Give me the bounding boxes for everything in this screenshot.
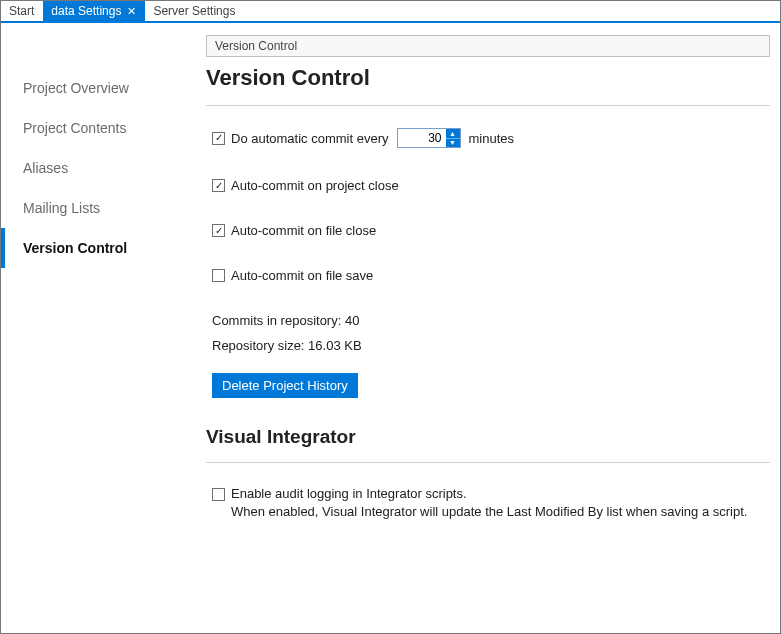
auto-commit-file-save-row: Auto-commit on file save: [212, 268, 770, 283]
tab-label: Start: [9, 4, 34, 18]
audit-logging-checkbox[interactable]: [212, 488, 225, 501]
auto-commit-project-close-checkbox[interactable]: [212, 179, 225, 192]
tab-strip: Start data Settings ✕ Server Settings: [1, 1, 780, 23]
checkbox-label: Auto-commit on file close: [231, 223, 376, 238]
auto-commit-file-save-checkbox[interactable]: [212, 269, 225, 282]
interval-input[interactable]: [398, 129, 446, 147]
spinner-down-icon[interactable]: ▼: [446, 139, 460, 148]
sidebar-item-label: Project Contents: [23, 120, 127, 136]
body: Project Overview Project Contents Aliase…: [1, 23, 780, 633]
visual-integrator-title: Visual Integrator: [206, 426, 770, 448]
hint-line1: Enable audit logging in Integrator scrip…: [231, 485, 747, 503]
checkbox-label: Auto-commit on project close: [231, 178, 399, 193]
version-control-section: Do automatic commit every ▲ ▼ minutes Au…: [206, 105, 770, 426]
auto-commit-label-post: minutes: [469, 131, 515, 146]
sidebar-item-project-overview[interactable]: Project Overview: [1, 68, 206, 108]
settings-window: Start data Settings ✕ Server Settings Pr…: [0, 0, 781, 634]
spinner-buttons: ▲ ▼: [446, 129, 460, 147]
delete-history-button[interactable]: Delete Project History: [212, 373, 358, 398]
tab-data-settings[interactable]: data Settings ✕: [43, 1, 145, 21]
tab-start[interactable]: Start: [1, 1, 43, 21]
visual-integrator-section: Enable audit logging in Integrator scrip…: [206, 462, 770, 541]
sidebar-item-label: Project Overview: [23, 80, 129, 96]
sidebar-item-label: Aliases: [23, 160, 68, 176]
tab-label: Server Settings: [153, 4, 235, 18]
auto-commit-interval-row: Do automatic commit every ▲ ▼ minutes: [212, 128, 770, 148]
auto-commit-project-close-row: Auto-commit on project close: [212, 178, 770, 193]
sidebar-item-project-contents[interactable]: Project Contents: [1, 108, 206, 148]
auto-commit-file-close-row: Auto-commit on file close: [212, 223, 770, 238]
auto-commit-interval-checkbox[interactable]: [212, 132, 225, 145]
sidebar-item-label: Mailing Lists: [23, 200, 100, 216]
commits-count: Commits in repository: 40: [212, 313, 770, 328]
auto-commit-file-close-checkbox[interactable]: [212, 224, 225, 237]
tab-server-settings[interactable]: Server Settings: [145, 1, 244, 21]
spinner-up-icon[interactable]: ▲: [446, 129, 460, 139]
close-icon[interactable]: ✕: [127, 6, 136, 17]
sidebar-item-label: Version Control: [23, 240, 127, 256]
sidebar-item-mailing-lists[interactable]: Mailing Lists: [1, 188, 206, 228]
sidebar-item-aliases[interactable]: Aliases: [1, 148, 206, 188]
tab-label: data Settings: [51, 4, 121, 18]
page-title: Version Control: [206, 65, 770, 91]
content: Version Control Version Control Do autom…: [206, 23, 780, 633]
checkbox-label: Auto-commit on file save: [231, 268, 373, 283]
repository-size: Repository size: 16.03 KB: [212, 338, 770, 353]
sidebar-item-version-control[interactable]: Version Control: [1, 228, 206, 268]
auto-commit-label-pre: Do automatic commit every: [231, 131, 389, 146]
interval-spinner: ▲ ▼: [397, 128, 461, 148]
audit-logging-hint: Enable audit logging in Integrator scrip…: [231, 485, 747, 521]
audit-logging-row: Enable audit logging in Integrator scrip…: [212, 485, 770, 521]
hint-line2: When enabled, Visual Integrator will upd…: [231, 503, 747, 521]
sidebar: Project Overview Project Contents Aliase…: [1, 23, 206, 633]
breadcrumb[interactable]: Version Control: [206, 35, 770, 57]
